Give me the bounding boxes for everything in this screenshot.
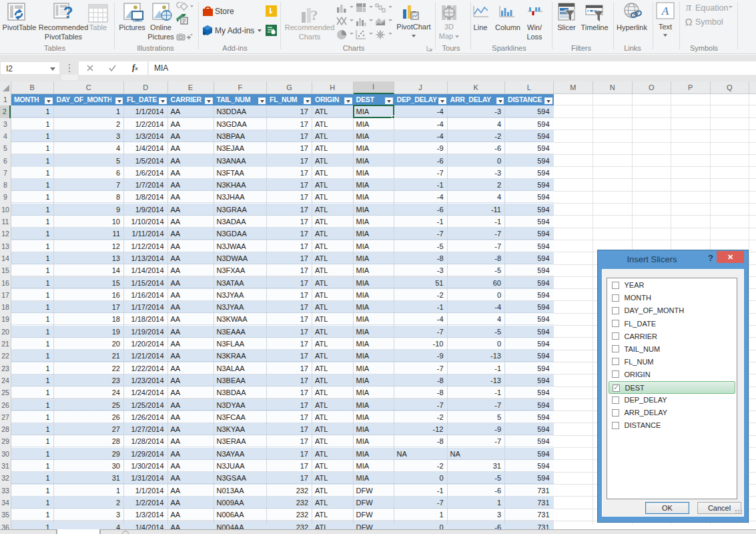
svg-text:?: ? <box>63 3 73 21</box>
svg-text:?: ? <box>311 7 318 23</box>
svg-text:A: A <box>661 5 669 17</box>
